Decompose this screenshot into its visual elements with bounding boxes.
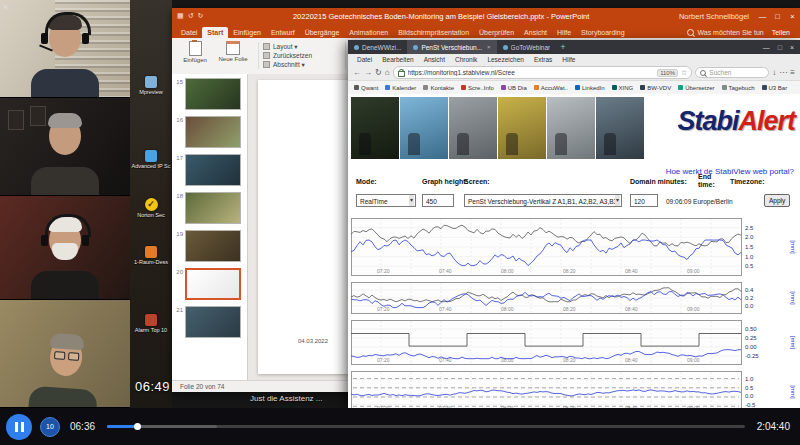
layout-button[interactable]: Layout ▾ (263, 42, 341, 51)
slide-thumbnail[interactable] (185, 192, 241, 224)
desktop-icon-3[interactable]: ✓Norton Sec (130, 198, 172, 218)
desktop-icon-5[interactable]: Alarm Top 10 (130, 314, 172, 333)
tell-me-box[interactable]: Was möchten Sie tun (687, 29, 763, 38)
slide-thumbnail[interactable] (185, 116, 241, 148)
slide-thumbnail[interactable] (185, 306, 241, 338)
ribbon-tab-start[interactable]: Start (202, 27, 228, 38)
app-icon (145, 314, 157, 326)
ribbon-tab-datei[interactable]: Datei (176, 27, 202, 38)
domain-minutes-input[interactable]: 120 (630, 194, 658, 207)
rewind-10-button[interactable]: 10 (40, 417, 60, 437)
webcam-tile-1[interactable] (0, 0, 130, 98)
forward-icon[interactable]: → (364, 68, 372, 77)
ribbon-tab-einfügen[interactable]: Einfügen (228, 27, 266, 38)
browser-tab-3[interactable]: GoToWebinar (497, 40, 557, 54)
back-icon[interactable]: ← (353, 68, 361, 77)
slide-thumbnail-row[interactable]: 17 (174, 154, 247, 186)
bookmark-4[interactable]: Scre..Info (461, 85, 494, 91)
tab-close-icon[interactable]: × (487, 44, 491, 50)
bookmark-9[interactable]: BW-VDV (640, 85, 671, 91)
slide-thumbnail-row[interactable]: 20 (174, 268, 247, 300)
section-button[interactable]: Abschnitt ▾ (263, 60, 341, 69)
bookmark-5[interactable]: UB Dia (501, 85, 527, 91)
slide-thumbnail[interactable] (185, 154, 241, 186)
home-icon[interactable]: ⌂ (385, 68, 390, 77)
slide-thumbnail-row[interactable]: 16 (174, 116, 247, 148)
bookmark-6[interactable]: AccuWat.. (534, 85, 568, 91)
paste-button[interactable]: Einfügen (180, 41, 210, 63)
slide-thumbnail-row[interactable]: 21 (174, 306, 247, 338)
ribbon-tab-storyboarding[interactable]: Storyboarding (576, 27, 630, 38)
close-button[interactable]: × (785, 12, 800, 21)
ribbon-tab-entwurf[interactable]: Entwurf (266, 27, 300, 38)
bookmark-8[interactable]: XING (612, 85, 634, 91)
powerpoint-titlebar[interactable]: ▦ ↺ ↻ 20220215 Geotechnisches Boden-Moni… (172, 8, 800, 24)
downloads-icon[interactable]: ↓ (772, 68, 776, 77)
ribbon-tab-hilfe[interactable]: Hilfe (552, 27, 576, 38)
zoom-level[interactable]: 110% (657, 69, 678, 77)
bookmark-label: BW-VDV (647, 85, 671, 91)
apply-button[interactable]: Apply (764, 194, 790, 207)
slide-thumbnail-row[interactable]: 18 (174, 192, 247, 224)
seek-bar[interactable] (107, 425, 745, 428)
address-bar[interactable]: https://monitoring1.stabiview.nl/Scree 1… (393, 66, 693, 79)
bookmark-star-icon[interactable]: ☆ (681, 69, 687, 77)
menu-hilfe[interactable]: Hilfe (557, 56, 580, 63)
desktop-icon-4[interactable]: 1-Raum-Dess (130, 246, 172, 265)
slide-thumbnail[interactable] (185, 78, 241, 110)
quick-access-grid-icon[interactable]: ▦ (177, 12, 184, 20)
graph-height-input[interactable]: 450 (422, 194, 454, 207)
webcam-tile-3[interactable] (0, 196, 130, 300)
maximize-button[interactable]: □ (770, 12, 785, 21)
menu-extras[interactable]: Extras (529, 56, 557, 63)
menu-chronik[interactable]: Chronik (450, 56, 482, 63)
overflow-menu-icon[interactable]: ⋯ (779, 68, 787, 77)
ribbon-tab-bildschirmpräsentation[interactable]: Bildschirmpräsentation (393, 27, 474, 38)
menu-datei[interactable]: Datei (352, 56, 377, 63)
search-box[interactable]: Suchen (695, 67, 769, 78)
ribbon-tab-animationen[interactable]: Animationen (344, 27, 393, 38)
webcam-tile-2[interactable] (0, 98, 130, 196)
screen-select[interactable]: PenSt Verschiebung-Vertikal Z A1,B1, A2,… (464, 194, 622, 207)
undo-icon[interactable]: ↺ (188, 12, 194, 20)
share-button[interactable]: Teilen (772, 29, 790, 36)
slide-thumbnail-row[interactable]: 19 (174, 230, 247, 262)
slide-thumbnail[interactable] (185, 268, 241, 300)
webcam-tile-4[interactable] (0, 300, 130, 408)
bookmark-12[interactable]: U3 Bar (762, 85, 788, 91)
slide-thumbnail-row[interactable]: 15 (174, 78, 247, 110)
minimize-button[interactable]: — (755, 12, 770, 21)
bookmark-7[interactable]: LinkedIn (575, 85, 605, 91)
menu-bearbeiten[interactable]: Bearbeiten (377, 56, 418, 63)
bookmark-10[interactable]: Übersetzer (678, 85, 714, 91)
slide-thumbnail[interactable] (185, 230, 241, 262)
bookmark-3[interactable]: Kontakte (423, 85, 454, 91)
bookmark-11[interactable]: Tagebuch (722, 85, 755, 91)
close-icon[interactable]: × (3, 2, 8, 12)
desktop-icon-1[interactable]: Mpreview (130, 76, 172, 95)
ribbon-tab-übergänge[interactable]: Übergänge (300, 27, 345, 38)
menu-ansicht[interactable]: Ansicht (419, 56, 450, 63)
account-name[interactable]: Norbert Schnellbögel (679, 12, 749, 21)
menu-lesezeichen[interactable]: Lesezeichen (482, 56, 529, 63)
hamburger-menu-icon[interactable]: ≡ (790, 68, 795, 77)
mode-select[interactable]: RealTime (356, 194, 416, 207)
pause-button[interactable] (6, 414, 32, 440)
ribbon-tab-ansicht[interactable]: Ansicht (519, 27, 552, 38)
new-tab-button[interactable]: + (560, 42, 565, 52)
slide-thumbnails-panel[interactable]: 15161718192021 (172, 74, 248, 380)
reset-button[interactable]: Zurücksetzen (263, 51, 341, 60)
browser-tab-1[interactable]: DeneWWizi... (348, 40, 407, 54)
seek-handle[interactable] (134, 423, 141, 430)
browser-maximize-button[interactable]: □ (778, 44, 782, 51)
reload-icon[interactable]: ↻ (375, 68, 382, 77)
bookmark-1[interactable]: Qwant (354, 85, 378, 91)
browser-close-button[interactable]: × (790, 44, 794, 51)
desktop-icon-2[interactable]: Advanced IP Sc (130, 150, 172, 169)
browser-minimize-button[interactable]: — (763, 44, 770, 51)
bookmark-2[interactable]: Kalender (385, 85, 416, 91)
favicon (413, 45, 418, 50)
ribbon-tab-überprüfen[interactable]: Überprüfen (474, 27, 519, 38)
new-slide-button[interactable]: Neue Folie (218, 41, 248, 62)
browser-tab-2[interactable]: PenSt Verschiebun...× (407, 40, 496, 54)
